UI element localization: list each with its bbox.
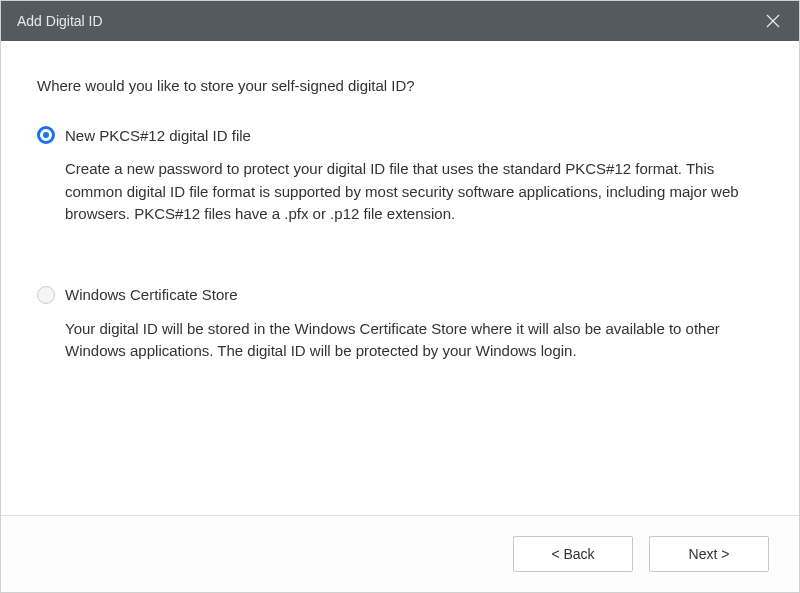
titlebar: Add Digital ID (1, 1, 799, 41)
option-windows-cert-description: Your digital ID will be stored in the Wi… (65, 318, 763, 363)
prompt-text: Where would you like to store your self-… (37, 77, 763, 94)
option-windows-cert-header[interactable]: Windows Certificate Store (37, 286, 763, 304)
radio-windows-cert[interactable] (37, 286, 55, 304)
option-pkcs12: New PKCS#12 digital ID file Create a new… (37, 126, 763, 226)
option-pkcs12-header[interactable]: New PKCS#12 digital ID file (37, 126, 763, 144)
next-button[interactable]: Next > (649, 536, 769, 572)
option-windows-cert: Windows Certificate Store Your digital I… (37, 286, 763, 363)
dialog-content: Where would you like to store your self-… (1, 41, 799, 515)
close-icon (766, 14, 780, 28)
option-pkcs12-label: New PKCS#12 digital ID file (65, 127, 251, 144)
dialog-title: Add Digital ID (17, 13, 103, 29)
back-button[interactable]: < Back (513, 536, 633, 572)
dialog-window: Add Digital ID Where would you like to s… (0, 0, 800, 593)
radio-pkcs12[interactable] (37, 126, 55, 144)
option-windows-cert-label: Windows Certificate Store (65, 286, 238, 303)
option-pkcs12-description: Create a new password to protect your di… (65, 158, 763, 226)
dialog-footer: < Back Next > (1, 515, 799, 592)
close-button[interactable] (763, 11, 783, 31)
